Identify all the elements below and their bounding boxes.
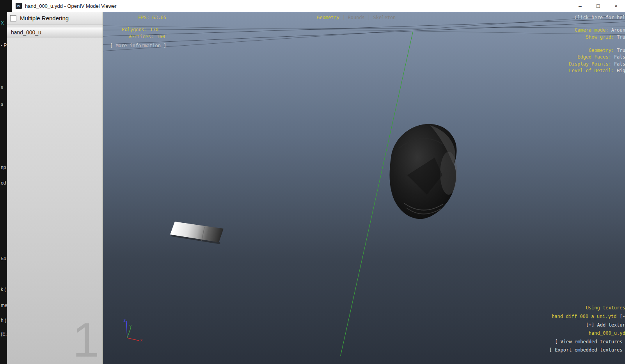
list-item-hand-000-u[interactable]: hand_000_u [7, 27, 103, 37]
multiple-rendering-row: Multiple Rendering [7, 12, 103, 25]
minimize-button[interactable]: – [571, 0, 589, 12]
background-window-fragment: 54 [1, 256, 6, 261]
background-window-fragment: np [1, 165, 6, 170]
background-window-fragment: - P [1, 43, 7, 48]
window-title: hand_000_u.ydd - OpenIV Model Viewer [25, 3, 117, 9]
background-window-fragment: h ( [1, 318, 6, 323]
background-window-fragment: (E: [1, 331, 7, 337]
export-embedded-textures-button[interactable]: [ Export embedded textures ] [549, 346, 625, 355]
texture-file-name: hand_diff_000_a_uni.ytd [552, 314, 616, 319]
render-mode-tabs: Geometry | Bounds | Skeleton [317, 15, 396, 20]
setting-camera-mode[interactable]: Camera mode: Around [575, 27, 625, 34]
window-controls: – □ × [571, 0, 625, 12]
grid-lines [103, 12, 625, 364]
plate-object [165, 215, 228, 246]
setting-show-grid[interactable]: Show grid: True [575, 34, 625, 41]
fps-counter: FPS: 63.05 [138, 15, 166, 20]
background-window-fragment: s [1, 101, 3, 107]
help-link[interactable]: Click here for help [575, 15, 625, 20]
background-window-fragment: k ( [1, 287, 6, 292]
background-window-corner [0, 0, 12, 12]
add-texture-button[interactable]: [+] Add texture [549, 321, 625, 330]
axis-y-label: y [129, 323, 132, 328]
axis-gizmo: z y x [119, 316, 146, 350]
option-display-points[interactable]: Display Points: False [569, 61, 625, 67]
vertices-counter: Vertices: 160 [128, 34, 165, 39]
axis-x-label: x [140, 337, 143, 343]
view-embedded-textures-button[interactable]: [ View embedded textures ] [549, 338, 625, 346]
screen: ↑X- Pssnpod54k (meh ((E: IV hand_000_u.y… [0, 0, 625, 364]
polygons-counter: Polygons: 170 [122, 27, 158, 32]
background-window-fragment: od [1, 180, 6, 186]
model-list-panel: Multiple Rendering hand_000_u 1 [7, 12, 103, 364]
maximize-button[interactable]: □ [589, 0, 607, 12]
mode-tab-geometry[interactable]: Geometry [317, 15, 339, 20]
option-geometry[interactable]: Geometry: True [569, 47, 625, 54]
list-item-label: hand_000_u [11, 29, 41, 36]
mode-tab-bounds[interactable]: Bounds [348, 15, 364, 20]
model-viewport[interactable]: z y x FPS: 63.05 Polygons: 170 Vertices:… [103, 12, 625, 364]
render-options-block: Geometry: TrueEdged Faces: FalseDisplay … [569, 47, 625, 75]
model-file-name: hand_000_u.ydd [549, 329, 625, 338]
multiple-rendering-label: Multiple Rendering [20, 15, 69, 21]
mode-tab-skeleton[interactable]: Skeleton [373, 15, 396, 20]
option-edged-faces[interactable]: Edged Faces: False [569, 54, 625, 60]
close-button[interactable]: × [607, 0, 625, 12]
background-window-fragment: s [1, 85, 3, 90]
more-information-button[interactable]: [ More information ] [110, 43, 167, 48]
remove-texture-button[interactable]: [-] [620, 314, 625, 319]
camera-settings-block: Camera mode: AroundShow grid: True [575, 27, 625, 41]
option-level-of-detail[interactable]: Level of Detail: High [569, 67, 625, 74]
axis-z-label: z [123, 318, 126, 323]
texture-panel: Using textures: hand_diff_000_a_uni.ytd[… [549, 304, 625, 355]
background-window-fragment: me [1, 303, 7, 308]
titlebar: IV hand_000_u.ydd - OpenIV Model Viewer … [12, 0, 625, 12]
background-window-fragment: X [1, 20, 4, 26]
multiple-rendering-checkbox[interactable] [10, 15, 16, 21]
texture-file-line: hand_diff_000_a_uni.ytd[-] [549, 313, 625, 321]
glove-model [384, 121, 464, 226]
using-textures-label: Using textures: [549, 304, 625, 313]
mode-separator: | [365, 15, 373, 20]
watermark-number: 1 [73, 316, 99, 364]
app-icon: IV [16, 3, 22, 9]
mode-separator: | [339, 15, 348, 20]
